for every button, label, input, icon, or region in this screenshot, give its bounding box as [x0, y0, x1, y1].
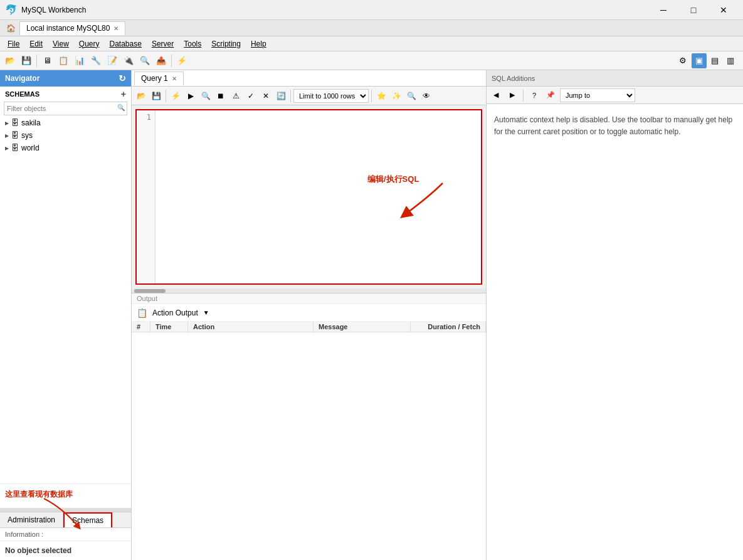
- jump-to-select[interactable]: Jump to: [560, 88, 635, 102]
- line-number-1: 1: [140, 113, 151, 122]
- main-layout: Navigator ↻ SCHEMAS + 🔍 ▶ 🗄 sakila ▶ 🗄 s…: [0, 70, 743, 560]
- schema-arrow-world: ▶: [5, 145, 9, 151]
- line-numbers: 1: [137, 110, 155, 283]
- menu-database[interactable]: Database: [105, 38, 147, 50]
- schema-db-icon-sakila: 🗄: [11, 119, 19, 127]
- layout-btn-1[interactable]: ▣: [692, 53, 707, 68]
- query-save-btn[interactable]: 💾: [149, 89, 163, 103]
- toolbar-btn-10[interactable]: 📤: [154, 53, 169, 68]
- schema-name-world: world: [21, 144, 40, 152]
- local-instance-tab-label: Local instance MySQL80: [26, 24, 110, 33]
- sql-additions-label: SQL Additions: [492, 75, 535, 82]
- navigator-refresh-icon[interactable]: ↻: [119, 73, 126, 83]
- annotation-arrow-database: [38, 495, 88, 533]
- toolbar-btn-7[interactable]: 📝: [105, 53, 120, 68]
- query-search-btn[interactable]: 🔍: [404, 89, 418, 103]
- maximize-button[interactable]: □: [679, 0, 708, 20]
- schemas-add-icon[interactable]: +: [121, 89, 126, 99]
- toolbar-btn-4[interactable]: 📋: [56, 53, 71, 68]
- toolbar-btn-3[interactable]: 🖥: [40, 53, 55, 68]
- menu-edit[interactable]: Edit: [24, 38, 48, 50]
- col-message: Message: [314, 322, 411, 332]
- navigator-header: Navigator ↻: [0, 70, 131, 87]
- toolbar-btn-2[interactable]: 💾: [19, 53, 34, 68]
- horizontal-scrollbar[interactable]: [132, 288, 486, 293]
- menu-query[interactable]: Query: [74, 38, 105, 50]
- right-content-area: [487, 354, 743, 560]
- annotation-sql: 编辑/执行SQL: [367, 174, 419, 185]
- sql-additions-header: SQL Additions: [487, 70, 743, 87]
- layout-btn-2[interactable]: ▤: [707, 53, 722, 68]
- scrollbar-thumb[interactable]: [134, 289, 166, 293]
- toolbar-sep-2: [171, 55, 172, 67]
- sidebar: Navigator ↻ SCHEMAS + 🔍 ▶ 🗄 sakila ▶ 🗄 s…: [0, 70, 132, 560]
- no-object-label: No object selected: [0, 541, 131, 560]
- menu-view[interactable]: View: [48, 38, 74, 50]
- schema-db-icon-sys: 🗄: [11, 131, 19, 140]
- sql-annotation-container: 编辑/执行SQL: [349, 177, 474, 229]
- menu-help[interactable]: Help: [246, 38, 271, 50]
- right-back-btn[interactable]: ◀: [489, 88, 503, 102]
- menu-server[interactable]: Server: [147, 38, 179, 50]
- toolbar-btn-8[interactable]: 🔌: [121, 53, 136, 68]
- limit-rows-select[interactable]: Limit to 1000 rows: [293, 89, 369, 103]
- col-action: Action: [188, 322, 314, 332]
- filter-input[interactable]: [4, 102, 127, 115]
- schema-name-sys: sys: [21, 131, 33, 140]
- layout-btn-3[interactable]: ▥: [723, 53, 738, 68]
- toolbar-btn-1[interactable]: 📂: [3, 53, 18, 68]
- query-reconnect-btn[interactable]: 🔄: [274, 89, 288, 103]
- output-section: Output 📋 Action Output ▼ # Time Action M…: [132, 293, 486, 560]
- query-toggle-btn[interactable]: ✓: [244, 89, 258, 103]
- home-tab[interactable]: 🏠: [3, 24, 19, 33]
- title-bar: 🐬 MySQL Workbench ─ □ ✕: [0, 0, 743, 20]
- query-toolbar-sep-2: [290, 90, 291, 102]
- query-execute-btn[interactable]: ⚡: [169, 89, 182, 103]
- right-toolbar: ◀ ▶ ? 📌 Jump to: [487, 87, 743, 104]
- col-duration: Duration / Fetch: [411, 322, 486, 332]
- query-bookmark-btn[interactable]: ⭐: [374, 89, 388, 103]
- local-instance-tab[interactable]: Local instance MySQL80 ✕: [19, 21, 125, 35]
- query-stop-btn[interactable]: ⏹: [214, 89, 228, 103]
- right-pin-btn[interactable]: 📌: [544, 88, 557, 102]
- right-forward-btn[interactable]: ▶: [505, 88, 519, 102]
- menu-tools[interactable]: Tools: [179, 38, 206, 50]
- query-error-btn[interactable]: ⚠: [229, 89, 243, 103]
- right-toolbar-sep: [523, 89, 524, 102]
- query-open-btn[interactable]: 📂: [134, 89, 148, 103]
- close-button[interactable]: ✕: [709, 0, 738, 20]
- query-cancel-btn[interactable]: ✕: [259, 89, 273, 103]
- schema-item-world[interactable]: ▶ 🗄 world: [0, 142, 131, 154]
- query-toolbar-sep-3: [371, 90, 372, 102]
- schema-arrow-sys: ▶: [5, 133, 9, 139]
- minimize-button[interactable]: ─: [649, 0, 678, 20]
- query-tab-label: Query 1: [141, 74, 168, 83]
- toolbar-btn-11[interactable]: ⚡: [174, 53, 189, 68]
- app-icon: 🐬: [5, 4, 18, 16]
- menu-file[interactable]: File: [3, 38, 24, 50]
- toolbar-btn-9[interactable]: 🔍: [137, 53, 152, 68]
- query-explain-btn[interactable]: 🔍: [199, 89, 213, 103]
- center-content: Query 1 ✕ 📂 💾 ⚡ ▶ 🔍 ⏹ ⚠ ✓ ✕ 🔄 Limit to 1…: [132, 70, 486, 560]
- toolbar-btn-6[interactable]: 🔧: [88, 53, 103, 68]
- output-rows: [132, 332, 486, 560]
- toolbar-btn-5[interactable]: 📊: [72, 53, 87, 68]
- query-tab[interactable]: Query 1 ✕: [134, 71, 184, 85]
- settings-button[interactable]: ⚙: [675, 53, 690, 68]
- home-icon: 🏠: [6, 24, 16, 33]
- local-instance-tab-close[interactable]: ✕: [113, 25, 119, 32]
- query-tab-close[interactable]: ✕: [172, 75, 177, 82]
- schema-item-sakila[interactable]: ▶ 🗄 sakila: [0, 117, 131, 129]
- schema-item-sys[interactable]: ▶ 🗄 sys: [0, 129, 131, 142]
- schema-list: ▶ 🗄 sakila ▶ 🗄 sys ▶ 🗄 world: [0, 117, 131, 483]
- col-num: #: [132, 322, 150, 332]
- toolbar-sep-1: [36, 55, 37, 67]
- schemas-label: SCHEMAS +: [0, 87, 131, 100]
- query-invisible-btn[interactable]: 👁: [419, 89, 433, 103]
- schema-arrow-sakila: ▶: [5, 120, 9, 126]
- menu-scripting[interactable]: Scripting: [206, 38, 246, 50]
- right-help-btn[interactable]: ?: [527, 88, 541, 102]
- query-beautify-btn[interactable]: ✨: [389, 89, 403, 103]
- query-execute-selection-btn[interactable]: ▶: [184, 89, 198, 103]
- output-dropdown-arrow[interactable]: ▼: [203, 309, 209, 316]
